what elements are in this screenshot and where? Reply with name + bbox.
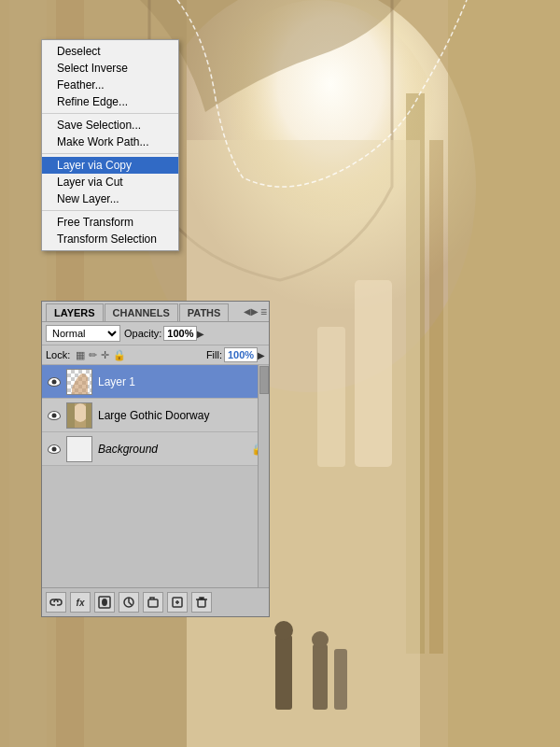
panel-tabs: LAYERS CHANNELS PATHS bbox=[42, 302, 242, 321]
svg-rect-14 bbox=[334, 649, 347, 710]
opacity-label: Opacity: bbox=[124, 328, 161, 339]
eye-icon-gothic-doorway bbox=[48, 411, 61, 420]
lock-icons: ▦ ✏ ✛ 🔒 bbox=[76, 349, 126, 361]
link-layers-button[interactable] bbox=[46, 592, 66, 613]
layer-row-layer1[interactable]: Layer 1 bbox=[42, 365, 269, 399]
background-thumbnail bbox=[66, 436, 92, 462]
svg-rect-12 bbox=[313, 644, 328, 710]
svg-point-11 bbox=[274, 621, 293, 640]
adjustment-layer-button[interactable] bbox=[119, 592, 139, 613]
gothic-doorway-visibility-toggle[interactable] bbox=[46, 407, 63, 424]
scroll-thumb[interactable] bbox=[259, 366, 269, 394]
fill-input[interactable] bbox=[224, 347, 258, 362]
eye-icon-background bbox=[48, 444, 61, 454]
context-menu[interactable]: Deselect Select Inverse Feather... Refin… bbox=[41, 39, 179, 251]
svg-rect-15 bbox=[355, 280, 392, 467]
eye-icon-layer1 bbox=[48, 377, 61, 387]
svg-rect-19 bbox=[67, 403, 75, 429]
panel-header: LAYERS CHANNELS PATHS ◀▶ ≡ bbox=[42, 302, 269, 322]
svg-rect-21 bbox=[67, 437, 92, 462]
layer-row-background[interactable]: Background 🔒 bbox=[42, 432, 269, 466]
svg-point-23 bbox=[102, 599, 107, 606]
blend-mode-row: Normal Opacity: ▶ bbox=[42, 322, 269, 345]
menu-item-feather[interactable]: Feather... bbox=[42, 77, 178, 93]
menu-item-deselect[interactable]: Deselect bbox=[42, 43, 178, 60]
layers-list: Layer 1 Large Gothic Doorway bbox=[42, 365, 269, 587]
new-layer-button[interactable] bbox=[167, 592, 188, 613]
layer1-visibility-toggle[interactable] bbox=[46, 374, 63, 390]
svg-rect-25 bbox=[148, 599, 158, 607]
lock-pixels-icon[interactable]: ✏ bbox=[89, 349, 97, 361]
lock-position-icon[interactable]: ✛ bbox=[101, 349, 109, 361]
menu-separator-1 bbox=[42, 113, 178, 114]
panel-controls: ◀▶ ≡ bbox=[242, 303, 269, 320]
layers-empty-area bbox=[42, 466, 269, 587]
opacity-input[interactable] bbox=[163, 326, 197, 341]
svg-rect-10 bbox=[275, 635, 292, 710]
menu-item-select-inverse[interactable]: Select Inverse bbox=[42, 60, 178, 77]
svg-rect-8 bbox=[429, 140, 443, 654]
tab-layers[interactable]: LAYERS bbox=[46, 303, 104, 321]
lock-transparent-icon[interactable]: ▦ bbox=[76, 349, 85, 361]
lock-all-icon[interactable]: 🔒 bbox=[113, 349, 126, 361]
add-mask-button[interactable] bbox=[94, 592, 115, 613]
opacity-arrow[interactable]: ▶ bbox=[197, 329, 204, 339]
svg-point-18 bbox=[73, 403, 88, 422]
background-visibility-toggle[interactable] bbox=[46, 441, 63, 458]
layer-fx-button[interactable]: fx bbox=[70, 592, 91, 613]
menu-separator-2 bbox=[42, 153, 178, 154]
fill-label: Fill: bbox=[206, 349, 222, 360]
svg-rect-6 bbox=[448, 0, 560, 747]
menu-item-save-selection[interactable]: Save Selection... bbox=[42, 117, 178, 134]
lock-label: Lock: bbox=[46, 349, 70, 360]
panel-collapse-button[interactable]: ◀▶ bbox=[244, 306, 259, 317]
background-name: Background bbox=[98, 443, 251, 456]
layer-row-gothic-doorway[interactable]: Large Gothic Doorway bbox=[42, 399, 269, 432]
group-layers-button[interactable] bbox=[143, 592, 163, 613]
menu-item-transform-selection[interactable]: Transform Selection bbox=[42, 231, 178, 247]
gothic-doorway-thumbnail bbox=[66, 402, 92, 429]
menu-item-new-layer[interactable]: New Layer... bbox=[42, 190, 178, 207]
blend-mode-select[interactable]: Normal bbox=[46, 325, 120, 342]
layer1-name: Layer 1 bbox=[98, 375, 265, 388]
menu-item-free-transform[interactable]: Free Transform bbox=[42, 214, 178, 231]
svg-rect-27 bbox=[198, 599, 205, 607]
tab-paths[interactable]: PATHS bbox=[179, 303, 230, 321]
layers-list-wrapper: Layer 1 Large Gothic Doorway bbox=[42, 365, 269, 587]
fill-arrow[interactable]: ▶ bbox=[258, 350, 265, 360]
svg-rect-16 bbox=[317, 327, 345, 467]
layer1-thumbnail bbox=[66, 369, 92, 395]
menu-item-refine-edge[interactable]: Refine Edge... bbox=[42, 93, 178, 110]
menu-item-layer-via-cut[interactable]: Layer via Cut bbox=[42, 174, 178, 190]
menu-item-layer-via-copy[interactable]: Layer via Copy bbox=[42, 157, 178, 174]
delete-layer-button[interactable] bbox=[191, 592, 212, 613]
lock-row: Lock: ▦ ✏ ✛ 🔒 Fill: ▶ bbox=[42, 345, 269, 365]
gothic-doorway-name: Large Gothic Doorway bbox=[98, 409, 265, 422]
tab-channels[interactable]: CHANNELS bbox=[105, 303, 178, 321]
layers-panel: LAYERS CHANNELS PATHS ◀▶ ≡ Normal Opacit… bbox=[41, 301, 270, 617]
menu-item-make-work-path[interactable]: Make Work Path... bbox=[42, 134, 178, 150]
svg-point-13 bbox=[312, 631, 329, 648]
layers-scrollbar[interactable] bbox=[258, 365, 269, 587]
svg-rect-20 bbox=[86, 403, 92, 429]
panel-toolbar: fx bbox=[42, 587, 269, 616]
menu-separator-3 bbox=[42, 210, 178, 211]
panel-menu-button[interactable]: ≡ bbox=[260, 305, 267, 318]
